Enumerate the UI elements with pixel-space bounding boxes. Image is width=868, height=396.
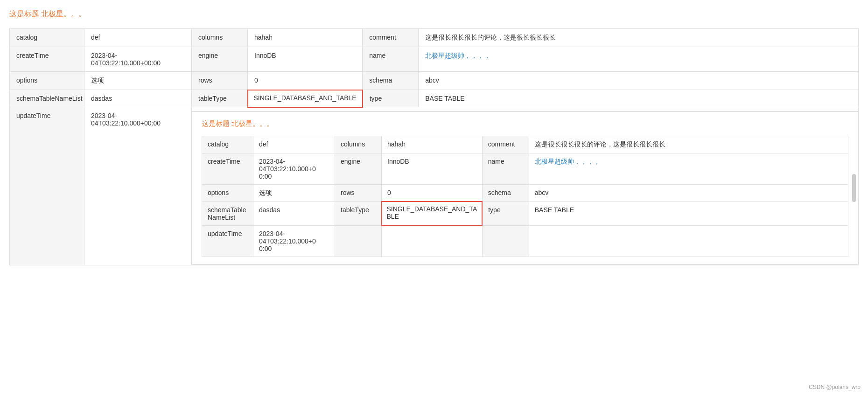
cell-value: InnoDB [382, 153, 483, 184]
cell-label: options [202, 184, 253, 201]
table-row: createTime 2023-04-04T03:22:10.000+00:00… [202, 153, 848, 184]
cell-label [482, 225, 529, 257]
cell-label: name [363, 47, 419, 72]
cell-value: 选项 [253, 184, 335, 201]
nested-data-table: catalog def columns hahah comment 这是很长很长… [202, 136, 848, 257]
cell-value: 2023-04-04T03:22:10.000+00:00 [253, 153, 335, 184]
cell-value: BASE TABLE [529, 201, 848, 225]
cell-value: hahah [248, 29, 363, 47]
nested-panel-cell: 这是标题 北极星。。。 [192, 107, 859, 265]
cell-label: engine [192, 47, 248, 72]
cell-value: hahah [382, 136, 483, 153]
table-row: createTime 2023-04-04T03:22:10.000+00:00… [10, 47, 859, 72]
cell-label: schemaTableNameList [202, 201, 253, 225]
cell-value: abcv [529, 184, 848, 201]
cell-value: 选项 [84, 72, 192, 90]
cell-label: updateTime [202, 225, 253, 257]
cell-value: 2023-04-04T03:22:10.000+00:00 [253, 225, 335, 257]
outer-table-wrapper: catalog def columns hahah comment 这是很长很长… [9, 28, 859, 265]
cell-value: abcv [419, 72, 859, 90]
table-row: catalog def columns hahah comment 这是很长很长… [10, 29, 859, 47]
cell-value-highlighted: SINGLE_DATABASE_AND_TABLE [382, 201, 483, 225]
cell-value: dasdas [84, 90, 192, 107]
cell-label: comment [363, 29, 419, 47]
cell-value [382, 225, 483, 257]
cell-label: schemaTableNameList [10, 90, 84, 107]
cell-label: comment [482, 136, 529, 153]
cell-value [529, 225, 848, 257]
table-row: updateTime 2023-04-04T03:22:10.000+00:00 [202, 225, 848, 257]
cell-label: catalog [10, 29, 84, 47]
table-row: schemaTableNameList dasdas tableType SIN… [202, 201, 848, 225]
nested-panel-title: 这是标题 北极星。。。 [202, 119, 848, 128]
cell-label: createTime [10, 47, 84, 72]
cell-label: rows [192, 72, 248, 90]
page-title: 这是标题 北极星。。。 [9, 9, 859, 19]
cell-label: createTime [202, 153, 253, 184]
cell-value: 2023-04-04T03:22:10.000+00:00 [84, 47, 192, 72]
cell-value: 0 [248, 72, 363, 90]
cell-value: InnoDB [248, 47, 363, 72]
cell-label: schema [482, 184, 529, 201]
cell-label: engine [335, 153, 382, 184]
cell-value: BASE TABLE [419, 90, 859, 107]
cell-label: columns [192, 29, 248, 47]
outer-data-table: catalog def columns hahah comment 这是很长很长… [9, 28, 859, 265]
cell-label: updateTime [10, 107, 84, 265]
table-row: updateTime 2023-04-04T03:22:10.000+00:00… [10, 107, 859, 265]
scrollbar[interactable] [852, 174, 856, 202]
cell-value: def [253, 136, 335, 153]
cell-label: tableType [192, 90, 248, 107]
table-row: catalog def columns hahah comment 这是很长很长… [202, 136, 848, 153]
cell-value: dasdas [253, 201, 335, 225]
nested-panel: 这是标题 北极星。。。 [192, 111, 858, 265]
table-row: options 选项 rows 0 schema abcv [10, 72, 859, 90]
table-row: options 选项 rows 0 schema abcv [202, 184, 848, 201]
cell-value: 北极星超级帅，，，， [419, 47, 859, 72]
cell-value: 这是很长很长很长的评论，这是很长很长很长 [529, 136, 848, 153]
cell-value: 2023-04-04T03:22:10.000+00:00 [84, 107, 192, 265]
cell-label: options [10, 72, 84, 90]
cell-label: tableType [335, 201, 382, 225]
cell-value: 北极星超级帅，，，， [529, 153, 848, 184]
cell-label: rows [335, 184, 382, 201]
cell-value: 这是很长很长很长的评论，这是很长很长很长 [419, 29, 859, 47]
cell-value: 0 [382, 184, 483, 201]
cell-value-highlighted: SINGLE_DATABASE_AND_TABLE [248, 90, 363, 107]
cell-label: schema [363, 72, 419, 90]
nested-table-wrapper: catalog def columns hahah comment 这是很长很长… [202, 136, 848, 257]
cell-label: type [482, 201, 529, 225]
cell-value: def [84, 29, 192, 47]
table-row: schemaTableNameList dasdas tableType SIN… [10, 90, 859, 107]
cell-label: columns [335, 136, 382, 153]
cell-label: name [482, 153, 529, 184]
cell-label: catalog [202, 136, 253, 153]
cell-label: type [363, 90, 419, 107]
cell-label [335, 225, 382, 257]
